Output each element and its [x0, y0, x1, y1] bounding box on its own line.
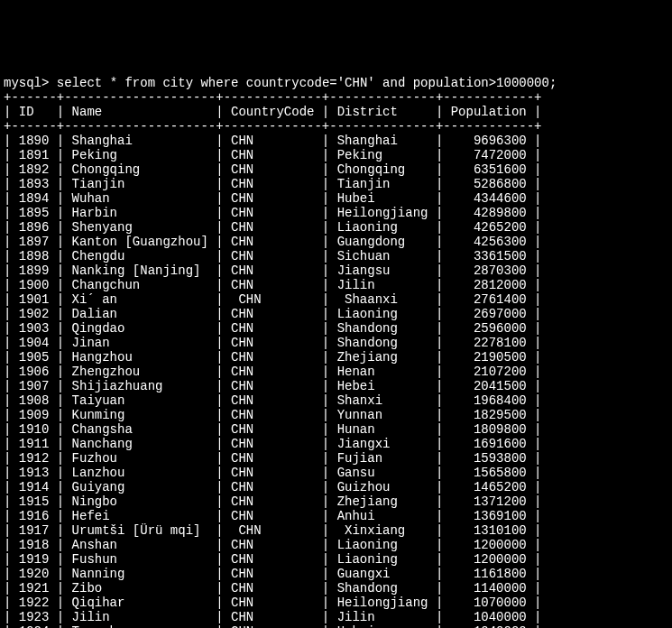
border-mid: +------+--------------------+-----------… — [4, 119, 542, 134]
table-body: | 1890 | Shanghai | CHN | Shanghai | 969… — [4, 134, 542, 628]
sql-query: select * from city where countrycode='CH… — [57, 76, 557, 90]
header-row: | ID | Name | CountryCode | District | P… — [4, 105, 542, 119]
prompt-line: mysql> select * from city where countryc… — [4, 76, 557, 90]
mysql-prompt: mysql> — [4, 76, 49, 90]
border-top: +------+--------------------+-----------… — [4, 90, 542, 105]
terminal[interactable]: mysql> select * from city where countryc… — [0, 58, 672, 628]
